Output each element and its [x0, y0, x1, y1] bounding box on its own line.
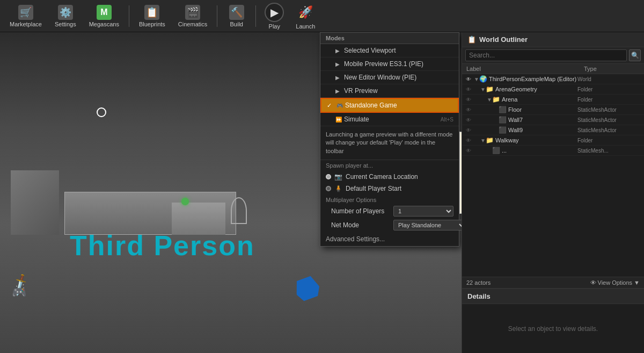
toolbar-blueprints[interactable]: 📋 Blueprints — [134, 3, 171, 30]
settings-label: Settings — [55, 21, 76, 27]
player-radio — [326, 186, 331, 191]
table-row[interactable]: 👁 ▼ 🌍 ThirdPersonExampleMap (Editor) Wor… — [462, 74, 644, 84]
eye-icon[interactable]: 👁 — [464, 96, 473, 103]
dd-selected-viewport[interactable]: ▶ Selected Viewport — [320, 44, 459, 57]
dd-simulate-label: Simulate — [344, 116, 369, 123]
dd-new-editor-window[interactable]: ▶ New Editor Window (PIE) — [320, 71, 459, 84]
play-modes-dropdown: Modes ▶ Selected Viewport ▶ Mobile Previ… — [320, 32, 459, 247]
launch-label: Launch — [296, 23, 315, 30]
eye-icon[interactable]: 👁 — [464, 126, 473, 134]
toolbar-separator-1 — [129, 5, 129, 27]
dd-net-mode-label: Net Mode — [331, 221, 390, 229]
character-sphere — [97, 107, 106, 117]
toolbar-play[interactable]: ▶ Play — [260, 1, 288, 32]
dd-spawn-header: Spawn player at... — [320, 160, 459, 171]
table-row[interactable]: 👁 ⬛ Wall7 StaticMeshActor — [462, 115, 644, 125]
toolbar-settings[interactable]: ⚙️ Settings — [49, 3, 82, 30]
dd-num-players-label: Number of Players — [331, 207, 390, 215]
dd-simulate[interactable]: ⏩ Simulate Alt+S — [320, 113, 459, 126]
standalone-game-tooltip: Play this level in a new window that run… — [459, 132, 462, 214]
view-options-button[interactable]: 👁 View Options ▼ — [590, 279, 640, 286]
dd-standalone-game[interactable]: ✓ 🎮 Standalone Game — [320, 98, 459, 113]
dd-spawn-player[interactable]: 🧍 Default Player Start — [320, 183, 459, 194]
settings-icon: ⚙️ — [58, 5, 73, 20]
world-outliner-footer: 22 actors 👁 View Options ▼ — [462, 277, 644, 289]
dd-num-players-select[interactable]: 1234 — [393, 206, 453, 217]
table-row[interactable]: 👁 ⬛ Wall9 StaticMeshActor — [462, 125, 644, 135]
toolbar-marketplace[interactable]: 🛒 Marketplace — [4, 3, 47, 30]
green-orb — [181, 198, 189, 205]
viewport[interactable]: 👁 💡 🔲 ⊞ 📐 🗡️ 🎮 Third Person Modes ▶ — [0, 32, 462, 353]
dd-selected-viewport-label: Selected Viewport — [344, 47, 396, 54]
build-label: Build — [230, 21, 243, 27]
view-options-chevron: ▼ — [634, 279, 640, 286]
dd-mobile-preview-label: Mobile Preview ES3.1 (PIE) — [344, 60, 423, 68]
marketplace-label: Marketplace — [10, 21, 42, 27]
toolbar-separator-3 — [255, 5, 256, 27]
world-outliner-header: 📋 World Outliner — [462, 32, 644, 47]
main-toolbar: 🛒 Marketplace ⚙️ Settings M Megascans 📋 … — [0, 0, 644, 32]
actors-count: 22 actors — [466, 279, 491, 286]
eye-icon-small: 👁 — [590, 279, 596, 286]
megascans-label: Megascans — [89, 21, 119, 27]
megascans-icon: M — [97, 5, 112, 20]
details-panel: Details Select an object to view details… — [462, 289, 644, 353]
launch-icon: 🚀 — [296, 3, 315, 22]
cinematics-icon: 🎬 — [185, 5, 200, 20]
build-icon: 🔨 — [229, 5, 244, 20]
camera-radio — [326, 174, 331, 179]
world-outliner-icon: 📋 — [467, 35, 476, 44]
dd-spawn-camera-label: Current Camera Location — [346, 173, 418, 181]
eye-icon[interactable]: 👁 — [464, 136, 473, 144]
dd-spawn-player-label: Default Player Start — [346, 185, 401, 192]
toolbar-separator-2 — [217, 5, 217, 27]
eye-icon[interactable]: 👁 — [464, 147, 473, 154]
dd-multiplayer-header: Multiplayer Options — [320, 194, 459, 204]
dd-net-mode-select[interactable]: Play Standalone Play As Listen Server Pl… — [393, 220, 462, 230]
details-placeholder: Select an object to view details. — [508, 325, 598, 333]
toolbar-build[interactable]: 🔨 Build — [222, 3, 251, 30]
blueprints-label: Blueprints — [139, 21, 165, 27]
table-row[interactable]: 👁 ▼ 📁 Arena Folder — [462, 95, 644, 105]
eye-icon[interactable]: 👁 — [464, 85, 473, 93]
details-empty-text: Select an object to view details. — [462, 304, 644, 353]
play-label: Play — [269, 23, 280, 30]
dd-mobile-preview[interactable]: ▶ Mobile Preview ES3.1 (PIE) — [320, 57, 459, 71]
toolbar-launch[interactable]: 🚀 Launch — [290, 1, 320, 32]
view-options-label: View Options — [598, 279, 633, 286]
eye-icon[interactable]: 👁 — [464, 75, 473, 83]
eye-icon[interactable]: 👁 — [464, 106, 473, 113]
world-outliner-panel: 📋 World Outliner 🔍 Label Type 👁 ▼ 🌍 Thir… — [462, 32, 644, 289]
dd-standalone-game-label: Standalone Game — [345, 102, 397, 109]
camera-spawn-icon: 📷 — [334, 173, 342, 181]
col-type: Type — [580, 64, 644, 74]
modes-section-header: Modes — [320, 33, 459, 44]
world-outliner-title: World Outliner — [479, 35, 528, 44]
dd-spawn-camera[interactable]: 📷 Current Camera Location — [320, 171, 459, 183]
table-row[interactable]: 👁 ▼ 📁 Walkway Folder — [462, 135, 644, 146]
details-header: Details — [462, 289, 644, 304]
marketplace-icon: 🛒 — [18, 5, 33, 20]
world-outliner-search-bar: 🔍 — [462, 47, 644, 64]
player-character — [231, 197, 247, 224]
table-row[interactable]: 👁 ⬛ Floor StaticMeshActor — [462, 105, 644, 115]
table-row[interactable]: 👁 ▼ 📁 ArenaGeometry Folder — [462, 84, 644, 95]
world-outliner-columns: Label Type — [462, 64, 644, 74]
main-area: 👁 💡 🔲 ⊞ 📐 🗡️ 🎮 Third Person Modes ▶ — [0, 32, 644, 353]
eye-icon[interactable]: 👁 — [464, 116, 473, 124]
world-outliner-tree: 👁 ▼ 🌍 ThirdPersonExampleMap (Editor) Wor… — [462, 74, 644, 277]
dd-info-text: Launching a game preview with a differen… — [320, 126, 459, 160]
third-person-text: Third Person — [70, 229, 255, 262]
col-label: Label — [462, 64, 580, 74]
cinematics-label: Cinematics — [178, 21, 207, 27]
world-outliner-search-input[interactable] — [465, 49, 627, 61]
table-row[interactable]: 👁 ⬛ ... StaticMesh... — [462, 146, 644, 156]
dd-vr-preview-label: VR Preview — [344, 87, 378, 95]
play-icon: ▶ — [265, 3, 284, 22]
world-outliner-search-button[interactable]: 🔍 — [629, 49, 641, 61]
toolbar-megascans[interactable]: M Megascans — [84, 3, 125, 30]
controller-icon: 🎮 — [12, 285, 26, 299]
toolbar-cinematics[interactable]: 🎬 Cinematics — [173, 3, 213, 30]
dd-vr-preview[interactable]: ▶ VR Preview — [320, 84, 459, 98]
dd-advanced-settings[interactable]: Advanced Settings... — [320, 232, 459, 246]
